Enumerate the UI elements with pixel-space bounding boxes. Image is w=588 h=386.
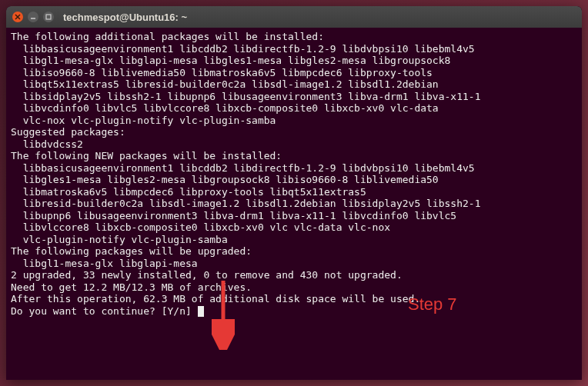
terminal-line: After this operation, 62.3 MB of additio… bbox=[11, 293, 420, 304]
terminal-line: libdvdcss2 bbox=[11, 138, 83, 150]
terminal-line: Suggested packages: bbox=[11, 126, 125, 138]
terminal-line: vlc-nox vlc-plugin-notify vlc-plugin-sam… bbox=[11, 115, 276, 126]
terminal-line: libbasicusageenvironment1 libcddb2 libdi… bbox=[11, 43, 475, 55]
maximize-icon bbox=[45, 14, 52, 20]
terminal-line: libupnp6 libusageenvironment3 libva-drm1… bbox=[11, 210, 456, 221]
window-title: techmespot@Ubuntu16: ~ bbox=[63, 12, 187, 23]
close-icon bbox=[15, 14, 21, 20]
titlebar[interactable]: techmespot@Ubuntu16: ~ bbox=[6, 6, 582, 28]
terminal-line: Need to get 12.2 MB/12.3 MB of archives. bbox=[11, 281, 252, 293]
terminal-line: libgles1-mesa libgles2-mesa libgroupsock… bbox=[11, 174, 439, 185]
minimize-icon bbox=[30, 14, 36, 20]
window-controls bbox=[12, 12, 54, 22]
terminal-line: libbasicusageenvironment1 libcddb2 libdi… bbox=[11, 162, 475, 174]
terminal-line: libqt5x11extras5 libresid-builder0c2a li… bbox=[11, 78, 439, 90]
close-button[interactable] bbox=[12, 12, 23, 22]
terminal-line: The following NEW packages will be insta… bbox=[11, 150, 282, 161]
terminal-line: The following packages will be upgraded: bbox=[11, 245, 252, 257]
terminal-line: libvcdinfo0 libvlc5 libvlccore8 libxcb-c… bbox=[11, 102, 439, 114]
terminal-line: The following additional packages will b… bbox=[11, 31, 324, 42]
terminal-line: 2 upgraded, 33 newly installed, 0 to rem… bbox=[11, 269, 403, 281]
terminal-prompt: Do you want to continue? [Y/n] bbox=[11, 305, 198, 317]
svg-rect-0 bbox=[46, 15, 51, 19]
terminal-line: libsidplay2v5 libssh2-1 libupnp6 libusag… bbox=[11, 91, 480, 102]
terminal-line: libgl1-mesa-glx libglapi-mesa bbox=[11, 258, 198, 269]
terminal-line: libgl1-mesa-glx libglapi-mesa libgles1-m… bbox=[11, 55, 450, 66]
terminal-line: libiso9660-8 liblivemedia50 libmatroska6… bbox=[11, 67, 433, 78]
terminal-line: vlc-plugin-notify vlc-plugin-samba bbox=[11, 234, 228, 245]
terminal-line: libvlccore8 libxcb-composite0 libxcb-xv0… bbox=[11, 221, 390, 233]
terminal-window: techmespot@Ubuntu16: ~ The following add… bbox=[6, 6, 582, 380]
terminal-output[interactable]: The following additional packages will b… bbox=[6, 28, 582, 320]
cursor bbox=[198, 306, 204, 317]
terminal-line: libresid-builder0c2a libsdl-image1.2 lib… bbox=[11, 198, 480, 209]
maximize-button[interactable] bbox=[43, 12, 54, 22]
minimize-button[interactable] bbox=[28, 12, 38, 22]
terminal-line: libmatroska6v5 libmpcdec6 libproxy-tools… bbox=[11, 186, 366, 198]
